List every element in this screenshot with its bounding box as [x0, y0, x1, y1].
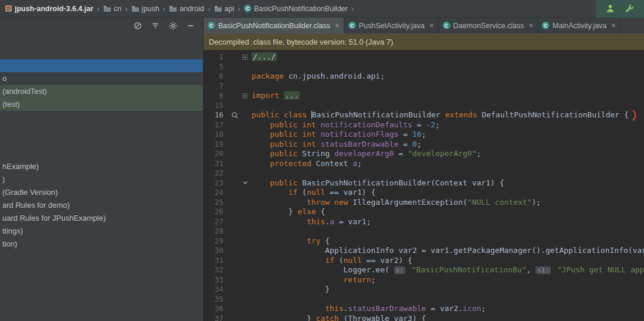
code-token: BasicPushNotificationBuilder	[312, 110, 445, 119]
code-token: {	[320, 236, 330, 245]
fold-expand-icon[interactable]: +	[242, 52, 252, 62]
minimize-icon[interactable]	[187, 22, 195, 30]
code-token: public int	[270, 120, 320, 129]
line-number: 20	[204, 149, 227, 159]
code-line[interactable]: 15	[204, 101, 644, 111]
chevron-right-icon: ›	[208, 5, 211, 13]
gutter-icon-slot	[227, 52, 242, 62]
breadcrumb-label: jpush	[142, 5, 160, 13]
tree-item[interactable]: (test)	[0, 98, 203, 111]
code-line[interactable]: 31if (null == var2) {	[204, 256, 644, 266]
tree-item[interactable]: uard Rules for JPushExample)	[0, 212, 203, 225]
editor-tab[interactable]: CPushSetActivity.java×	[344, 18, 439, 33]
code-line[interactable]: 37} catch (Throwable var3) {	[204, 314, 644, 321]
code-token: developerArg0	[334, 149, 394, 158]
code-line[interactable]: 19public int statusBarDrawable = 0;	[204, 140, 644, 150]
editor-tab[interactable]: CDaemonService.class×	[439, 18, 538, 33]
breadcrumb-item[interactable]: jpush	[130, 5, 161, 13]
breadcrumb-item[interactable]: api	[213, 5, 236, 13]
line-number: 22	[204, 168, 227, 178]
gutter-marker-icon[interactable]	[227, 110, 242, 120]
code-line[interactable]: 18public int notificationFlags = 16;	[204, 130, 644, 140]
code-line[interactable]: 1+/.../	[204, 52, 644, 62]
breadcrumb-item[interactable]: android	[168, 5, 205, 13]
code-token: notificationFlags	[320, 130, 398, 138]
code-line[interactable]: 8+import ...	[204, 91, 644, 101]
tree-item[interactable]: o	[0, 72, 203, 85]
code-line[interactable]: 36this.statusBarDrawable = var2.icon;	[204, 304, 644, 314]
code-line[interactable]: 33return;	[204, 275, 644, 285]
tree-item[interactable]	[0, 59, 203, 72]
code-line[interactable]: 26} else {	[204, 207, 644, 217]
code-line[interactable]: 35	[204, 295, 644, 305]
fold-slot	[242, 275, 252, 285]
tree-item[interactable]: tion)	[0, 238, 203, 251]
gutter-icon-slot	[227, 236, 242, 246]
fold-expand-icon[interactable]: +	[242, 91, 252, 101]
code-line-text	[252, 227, 644, 236]
close-tab-icon[interactable]: ×	[528, 22, 533, 29]
code-token: 0	[412, 140, 417, 148]
code-line[interactable]: 28	[204, 227, 644, 236]
gutter-icon-slot	[227, 285, 242, 295]
tree-item[interactable]: (Gradle Version)	[0, 186, 203, 199]
assistant-icon[interactable]	[605, 4, 615, 13]
code-line[interactable]: 22	[204, 168, 644, 178]
line-number: 27	[204, 217, 227, 227]
breadcrumb-item[interactable]: CBasicPushNotificationBuilder	[243, 5, 349, 13]
hide-empty-icon[interactable]	[134, 22, 142, 30]
code-line[interactable]: 20public String developerArg0 = "develop…	[204, 149, 644, 159]
close-tab-icon[interactable]: ×	[611, 22, 616, 29]
code-line[interactable]: 32Logger.ee( s: "BasicPushNotificationBu…	[204, 265, 644, 275]
code-line-text: package cn.jpush.android.api;	[252, 72, 644, 82]
breadcrumb-item[interactable]: jpush-android-3.6.4.jar	[4, 5, 94, 13]
code-line-text	[252, 168, 644, 178]
code-line[interactable]: 6package cn.jpush.android.api;	[204, 72, 644, 82]
code-token: == var1) {	[325, 188, 375, 197]
code-line[interactable]: 23public BasicPushNotificationBuilder(Co…	[204, 178, 644, 188]
code-line-text: import ...	[252, 91, 644, 101]
fold-collapse-icon[interactable]	[242, 178, 252, 188]
code-line[interactable]: 16public class BasicPushNotificationBuil…	[204, 110, 644, 120]
close-tab-icon[interactable]: ×	[335, 22, 340, 29]
tree-item[interactable]: )	[0, 173, 203, 186]
build-icon[interactable]	[625, 4, 635, 13]
code-line[interactable]: 5	[204, 62, 644, 72]
code-line-text	[252, 295, 644, 305]
tree-item[interactable]: (androidTest)	[0, 85, 203, 98]
filter-icon[interactable]	[151, 22, 160, 30]
tree-item[interactable]: ard Rules for demo)	[0, 199, 203, 212]
breadcrumb-item[interactable]: cn	[102, 5, 123, 13]
code-line[interactable]: 17public int notificationDefaults = -2;	[204, 120, 644, 130]
code-token: DefaultPushNotificationBuilder {	[482, 110, 628, 119]
fold-slot	[242, 256, 252, 266]
fold-slot	[242, 304, 252, 314]
tree-item[interactable]: ttings)	[0, 225, 203, 238]
code-line[interactable]: 27this.a = var1;	[204, 217, 644, 227]
code-line[interactable]: 30ApplicationInfo var2 = var1.getPackage…	[204, 246, 644, 256]
code-token: statusBarDrawable	[320, 140, 398, 148]
fold-slot	[242, 207, 252, 217]
settings-icon[interactable]	[169, 22, 177, 30]
code-line[interactable]: 7	[204, 82, 644, 92]
code-token: this	[325, 304, 343, 313]
code-token: =	[394, 149, 408, 158]
line-number: 25	[204, 198, 227, 208]
line-number: 6	[204, 72, 227, 82]
code-line[interactable]: 29try {	[204, 236, 644, 246]
code-line[interactable]: 25throw new IllegalArgumentException("NU…	[204, 198, 644, 208]
editor-tab[interactable]: CMainActivity.java×	[538, 18, 621, 33]
line-number: 16	[204, 110, 227, 120]
code-line[interactable]: 34}	[204, 285, 644, 295]
gutter-icon-slot	[227, 120, 242, 130]
code-line[interactable]: 21protected Context a;	[204, 159, 644, 169]
editor-tab[interactable]: CBasicPushNotificationBuilder.class×	[204, 18, 344, 33]
close-tab-icon[interactable]: ×	[429, 22, 434, 29]
code-token: package	[252, 72, 289, 80]
code-line[interactable]: 24if (null == var1) {	[204, 188, 644, 198]
tree-item[interactable]: hExample)	[0, 160, 203, 173]
tab-label: PushSetActivity.java	[359, 22, 425, 30]
code-token: public	[270, 178, 302, 187]
code-editor[interactable]: 1+/.../56package cn.jpush.android.api;78…	[204, 50, 644, 321]
gutter-icon-slot	[227, 188, 242, 198]
